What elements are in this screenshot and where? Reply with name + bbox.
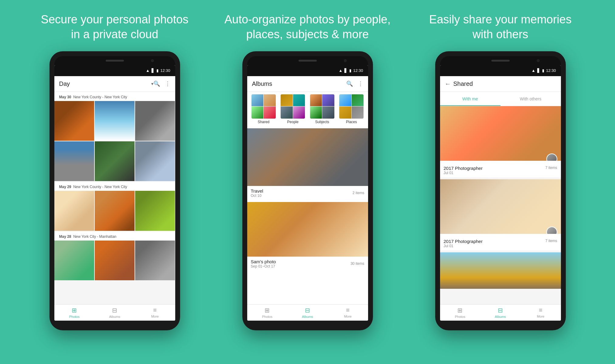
photo-cell[interactable] bbox=[54, 141, 94, 181]
nav-photos-3[interactable]: ⊞ Photos bbox=[440, 307, 480, 318]
thumb-cell bbox=[322, 106, 334, 119]
phone-1-screen: ▲ ▋ ▮ 12:30 Day ▾ 🔍 ⋮ May 30 New Yo bbox=[54, 65, 175, 321]
header-text-3: Easily share your memorieswith others bbox=[404, 12, 597, 42]
phone-1-time: 12:30 bbox=[160, 68, 170, 73]
phone-3-speaker bbox=[491, 60, 510, 62]
shared-album-3[interactable] bbox=[440, 252, 561, 289]
thumb-cell bbox=[251, 106, 264, 119]
phone-1: ▲ ▋ ▮ 12:30 Day ▾ 🔍 ⋮ May 30 New Yo bbox=[50, 51, 180, 330]
wifi-icon-2: ▲ bbox=[339, 68, 343, 73]
category-places[interactable]: Places bbox=[337, 94, 366, 124]
thumb-cell bbox=[281, 94, 293, 106]
category-places-label: Places bbox=[346, 120, 357, 124]
tab-with-me[interactable]: With me bbox=[440, 92, 501, 106]
sams-info: Sam's photo Sep 01~Oct 17 30 items bbox=[247, 257, 368, 271]
photo-cell[interactable] bbox=[95, 241, 135, 280]
phone-2-status-bar: ▲ ▋ ▮ 12:30 bbox=[247, 65, 368, 76]
photo-grid-may28 bbox=[54, 241, 175, 280]
phone-3-title: Shared bbox=[453, 80, 556, 87]
travel-name: Travel bbox=[251, 188, 263, 194]
sams-thumb bbox=[247, 202, 368, 257]
search-icon-2[interactable]: 🔍 bbox=[346, 80, 353, 87]
travel-name-date: Travel Oct 10 bbox=[251, 188, 263, 198]
photo-cell[interactable] bbox=[54, 241, 94, 280]
photo-cell[interactable] bbox=[135, 101, 175, 141]
category-people-label: People bbox=[287, 120, 299, 124]
nav-more-3-label: More bbox=[537, 315, 545, 318]
more-icon-2[interactable]: ⋮ bbox=[358, 80, 363, 87]
photo-cell[interactable] bbox=[54, 101, 94, 141]
photo-cell[interactable] bbox=[135, 141, 175, 181]
photo-cell[interactable] bbox=[95, 141, 135, 181]
shared-count-2: 7 items bbox=[545, 239, 557, 243]
phone-3-time: 12:30 bbox=[546, 68, 556, 73]
wifi-icon-3: ▲ bbox=[531, 68, 535, 73]
search-icon[interactable]: 🔍 bbox=[153, 80, 160, 87]
photo-cell[interactable] bbox=[135, 241, 175, 280]
albums-icon-2: ⊟ bbox=[305, 307, 310, 314]
photo-cell[interactable] bbox=[135, 191, 175, 231]
album-travel[interactable]: Travel Oct 10 2 items bbox=[247, 128, 368, 200]
phone-1-status-icons: ▲ ▋ ▮ 12:30 bbox=[146, 68, 170, 73]
phone-2-content: Shared People bbox=[247, 92, 368, 304]
photos-icon: ⊞ bbox=[72, 307, 77, 314]
category-subjects[interactable]: Subjects bbox=[308, 94, 337, 124]
header-text-1: Secure your personal photosin a private … bbox=[18, 12, 211, 42]
phone-1-content: May 30 New York County - New York City M… bbox=[54, 92, 175, 304]
category-people[interactable]: People bbox=[279, 94, 307, 124]
nav-albums-3-label: Albums bbox=[495, 315, 506, 318]
phone-2-bottom bbox=[247, 321, 368, 325]
nav-albums-3[interactable]: ⊟ Albums bbox=[480, 307, 521, 318]
nav-more-2[interactable]: ≡ More bbox=[328, 307, 368, 318]
shared-name-1: 2017 Photographer bbox=[444, 166, 483, 171]
phone-3-content: 2017 Photographer Jul 01 7 items 2017 Ph… bbox=[440, 106, 561, 304]
phone-1-dropdown[interactable]: ▾ bbox=[151, 81, 153, 86]
thumb-cell bbox=[264, 94, 276, 106]
nav-more-2-label: More bbox=[344, 315, 352, 318]
photo-cell[interactable] bbox=[95, 191, 135, 231]
more-nav-icon: ≡ bbox=[153, 307, 157, 314]
thumb-cell bbox=[264, 106, 276, 119]
battery-icon-3: ▮ bbox=[542, 68, 544, 73]
phone-3-status-icons: ▲ ▋ ▮ 12:30 bbox=[531, 68, 556, 73]
thumb-cell bbox=[281, 106, 293, 119]
category-shared-label: Shared bbox=[258, 120, 269, 124]
photo-cell[interactable] bbox=[95, 101, 135, 141]
tab-with-others[interactable]: With others bbox=[501, 92, 561, 106]
travel-count: 2 items bbox=[353, 191, 364, 195]
shared-album-1[interactable]: 2017 Photographer Jul 01 7 items bbox=[440, 106, 561, 177]
shared-date-2: Jul 01 bbox=[444, 244, 483, 248]
thumb-cell bbox=[310, 94, 322, 106]
shared-thumb-grid bbox=[251, 94, 276, 119]
album-sams[interactable]: Sam's photo Sep 01~Oct 17 30 items bbox=[247, 202, 368, 271]
phone-2-title: Albums bbox=[252, 80, 346, 87]
phone-2-time: 12:30 bbox=[353, 68, 363, 73]
nav-more-3[interactable]: ≡ More bbox=[521, 307, 561, 318]
sams-date: Sep 01~Oct 17 bbox=[251, 264, 276, 268]
shared-album-2[interactable]: 2017 Photographer Jul 01 7 items bbox=[440, 179, 561, 251]
cactus-thumb bbox=[440, 252, 561, 289]
thumb-cell bbox=[293, 106, 305, 119]
travel-info: Travel Oct 10 2 items bbox=[247, 186, 368, 200]
photo-grid-may29 bbox=[54, 191, 175, 231]
nav-albums-2[interactable]: ⊟ Albums bbox=[287, 307, 328, 318]
nav-photos-2[interactable]: ⊞ Photos bbox=[247, 307, 288, 318]
phone-3-camera bbox=[537, 59, 540, 62]
shared-count-1: 7 items bbox=[545, 166, 557, 170]
nav-albums[interactable]: ⊟ Albums bbox=[94, 307, 135, 318]
sams-name-date: Sam's photo Sep 01~Oct 17 bbox=[251, 259, 276, 268]
photo-cell[interactable] bbox=[54, 191, 94, 231]
nav-more-label: More bbox=[151, 315, 159, 318]
nav-photos[interactable]: ⊞ Photos bbox=[54, 307, 95, 318]
more-icon[interactable]: ⋮ bbox=[165, 80, 170, 87]
phone-1-app-bar: Day ▾ 🔍 ⋮ bbox=[54, 76, 175, 92]
phone-2-app-bar-icons: 🔍 ⋮ bbox=[346, 80, 363, 87]
album-categories: Shared People bbox=[247, 92, 368, 126]
shared-name-2: 2017 Photographer bbox=[444, 239, 483, 244]
people-thumb-grid bbox=[281, 94, 305, 119]
more-nav-icon-2: ≡ bbox=[346, 307, 350, 314]
back-button[interactable]: ← bbox=[445, 80, 451, 87]
nav-more[interactable]: ≡ More bbox=[135, 307, 175, 318]
phone-2-camera bbox=[344, 59, 347, 62]
category-shared[interactable]: Shared bbox=[250, 94, 278, 124]
